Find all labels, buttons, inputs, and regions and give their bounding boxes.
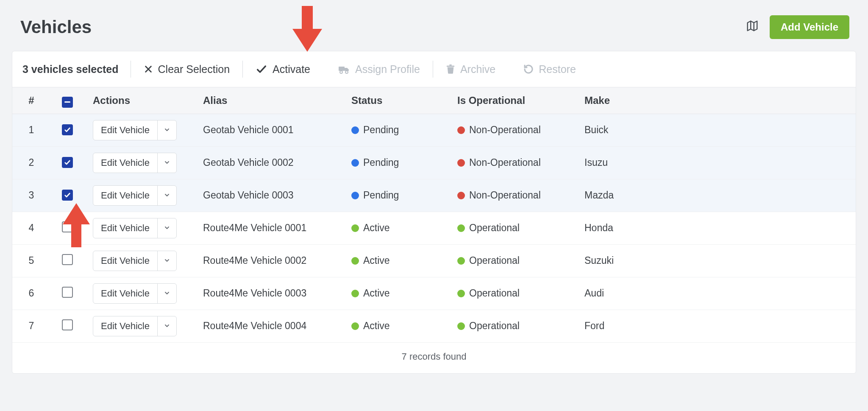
cell-make: Audi xyxy=(576,277,856,310)
operational-dot-icon xyxy=(457,126,465,134)
edit-vehicle-button[interactable]: Edit Vehicle xyxy=(93,316,177,336)
assign-profile-label: Assign Profile xyxy=(355,63,420,75)
status-dot-icon xyxy=(351,224,359,232)
edit-vehicle-label: Edit Vehicle xyxy=(93,251,157,271)
edit-vehicle-caret[interactable] xyxy=(157,284,176,303)
page-title: Vehicles xyxy=(20,17,92,37)
edit-vehicle-label: Edit Vehicle xyxy=(93,120,157,140)
header-make[interactable]: Make xyxy=(576,87,856,114)
status-dot-icon xyxy=(351,290,359,297)
check-icon xyxy=(256,63,267,75)
row-number: 2 xyxy=(12,146,50,179)
chevron-down-icon xyxy=(164,320,170,332)
row-checkbox[interactable] xyxy=(62,124,73,135)
edit-vehicle-caret[interactable] xyxy=(157,218,176,238)
status-dot-icon xyxy=(351,192,359,199)
bulk-toolbar: 3 vehicles selected Clear Selection Acti… xyxy=(12,51,856,87)
archive-button[interactable]: Archive xyxy=(443,62,498,77)
edit-vehicle-button[interactable]: Edit Vehicle xyxy=(93,218,177,238)
header-alias[interactable]: Alias xyxy=(195,87,343,114)
cell-is-operational: Operational xyxy=(449,244,576,277)
svg-rect-8 xyxy=(447,66,454,67)
table-row: 3 Edit Vehicle Geotab Vehicle 0003 Pendi… xyxy=(12,179,856,212)
row-checkbox[interactable] xyxy=(62,190,73,201)
truck-icon xyxy=(338,64,350,74)
table-row: 5 Edit Vehicle Route4Me Vehicle 0002 Act… xyxy=(12,244,856,277)
operational-dot-icon xyxy=(457,322,465,330)
cell-status: Active xyxy=(343,244,449,277)
callout-arrow-up-icon xyxy=(63,203,90,250)
assign-profile-button[interactable]: Assign Profile xyxy=(336,62,423,77)
chevron-down-icon xyxy=(164,190,170,201)
edit-vehicle-caret[interactable] xyxy=(157,120,176,140)
operational-dot-icon xyxy=(457,290,465,297)
status-dot-icon xyxy=(351,257,359,265)
header-num[interactable]: # xyxy=(12,87,50,114)
row-number: 3 xyxy=(12,179,50,212)
svg-rect-9 xyxy=(449,64,452,66)
edit-vehicle-button[interactable]: Edit Vehicle xyxy=(93,251,177,271)
row-number: 5 xyxy=(12,244,50,277)
edit-vehicle-caret[interactable] xyxy=(157,251,176,271)
row-checkbox[interactable] xyxy=(62,287,73,298)
divider xyxy=(242,61,243,78)
edit-vehicle-button[interactable]: Edit Vehicle xyxy=(93,185,177,206)
callout-arrow-down-icon xyxy=(292,6,322,54)
cell-alias: Route4Me Vehicle 0004 xyxy=(195,310,343,342)
status-dot-icon xyxy=(351,322,359,330)
row-number: 7 xyxy=(12,310,50,342)
cell-status: Active xyxy=(343,277,449,310)
select-all-checkbox[interactable] xyxy=(62,97,73,108)
chevron-down-icon xyxy=(164,288,170,299)
header-actions: Actions xyxy=(84,87,195,114)
chevron-down-icon xyxy=(164,255,170,266)
map-link[interactable] xyxy=(746,20,759,35)
row-checkbox[interactable] xyxy=(62,254,73,265)
status-dot-icon xyxy=(351,159,359,167)
edit-vehicle-caret[interactable] xyxy=(157,153,176,173)
cell-is-operational: Operational xyxy=(449,310,576,342)
cell-make: Buick xyxy=(576,114,856,146)
cell-is-operational: Non-Operational xyxy=(449,146,576,179)
edit-vehicle-button[interactable]: Edit Vehicle xyxy=(93,283,177,304)
cell-alias: Route4Me Vehicle 0001 xyxy=(195,212,343,244)
edit-vehicle-button[interactable]: Edit Vehicle xyxy=(93,120,177,140)
chevron-down-icon xyxy=(164,222,170,234)
cell-make: Ford xyxy=(576,310,856,342)
cell-make: Isuzu xyxy=(576,146,856,179)
edit-vehicle-caret[interactable] xyxy=(157,186,176,205)
edit-vehicle-label: Edit Vehicle xyxy=(93,316,157,336)
clear-selection-button[interactable]: Clear Selection xyxy=(141,62,233,77)
cell-status: Pending xyxy=(343,179,449,212)
map-icon xyxy=(746,20,759,35)
trash-icon xyxy=(446,64,455,74)
row-checkbox[interactable] xyxy=(62,319,73,330)
vehicles-panel: 3 vehicles selected Clear Selection Acti… xyxy=(12,51,856,374)
restore-button[interactable]: Restore xyxy=(521,62,579,77)
restore-icon xyxy=(523,64,534,74)
table-row: 4 Edit Vehicle Route4Me Vehicle 0001 Act… xyxy=(12,212,856,244)
chevron-down-icon xyxy=(164,157,170,168)
cell-is-operational: Non-Operational xyxy=(449,114,576,146)
header-is-operational[interactable]: Is Operational xyxy=(449,87,576,114)
archive-label: Archive xyxy=(460,63,495,75)
cell-alias: Geotab Vehicle 0003 xyxy=(195,179,343,212)
cell-alias: Geotab Vehicle 0002 xyxy=(195,146,343,179)
activate-button[interactable]: Activate xyxy=(253,62,313,77)
header-status[interactable]: Status xyxy=(343,87,449,114)
cell-make: Suzuki xyxy=(576,244,856,277)
row-number: 6 xyxy=(12,277,50,310)
edit-vehicle-caret[interactable] xyxy=(157,316,176,336)
divider xyxy=(433,61,433,78)
cell-make: Mazda xyxy=(576,179,856,212)
add-vehicle-button[interactable]: Add Vehicle xyxy=(770,15,849,39)
svg-marker-0 xyxy=(748,21,757,31)
row-checkbox[interactable] xyxy=(62,157,73,168)
edit-vehicle-label: Edit Vehicle xyxy=(93,218,157,238)
edit-vehicle-button[interactable]: Edit Vehicle xyxy=(93,153,177,173)
header-checkbox[interactable] xyxy=(50,87,84,114)
svg-point-6 xyxy=(340,71,342,73)
cell-is-operational: Operational xyxy=(449,277,576,310)
clear-selection-label: Clear Selection xyxy=(158,63,230,75)
operational-dot-icon xyxy=(457,159,465,167)
